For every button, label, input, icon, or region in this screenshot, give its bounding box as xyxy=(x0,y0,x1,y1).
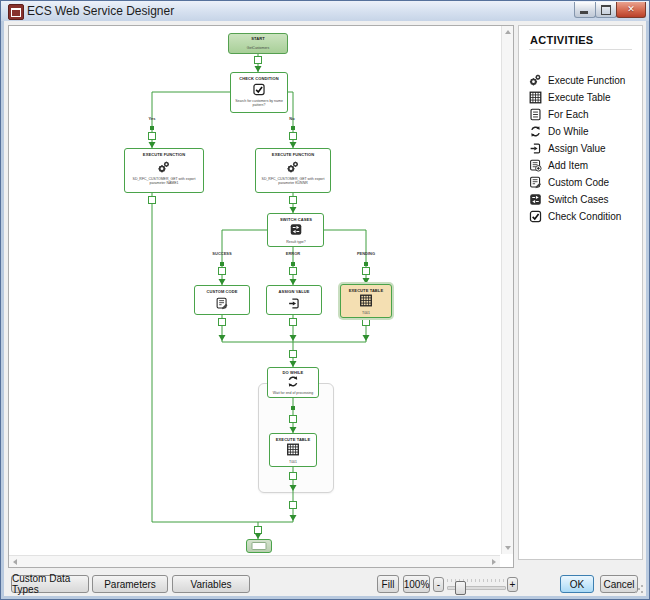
table-icon xyxy=(529,91,542,104)
node-title: EXECUTE FUNCTION xyxy=(256,152,330,157)
add-item-icon xyxy=(529,159,542,172)
activity-label: Custom Code xyxy=(548,177,609,188)
node-subtitle: T001 xyxy=(270,459,316,464)
cancel-button[interactable]: Cancel xyxy=(600,575,638,593)
node-subtitle: Wait for end of processing xyxy=(268,390,318,395)
activity-execute-table[interactable]: Execute Table xyxy=(529,89,611,105)
activity-label: Assign Value xyxy=(548,143,606,154)
node-execute-table-pending[interactable]: EXECUTE TABLE T001 xyxy=(340,284,392,318)
node-title: SWITCH CASES xyxy=(268,217,323,222)
activity-assign-value[interactable]: Assign Value xyxy=(529,140,606,156)
node-execute-table-loop[interactable]: EXECUTE TABLE T001 xyxy=(269,433,317,467)
node-execute-function-kunnr[interactable]: EXECUTE FUNCTION SD_RFC_CUSTOMER_GET wit… xyxy=(255,148,331,193)
node-check-condition[interactable]: CHECK CONDITION Search for customers by … xyxy=(230,72,288,113)
node-assign-value[interactable]: ASSIGN VALUE xyxy=(266,285,322,315)
activity-label: For Each xyxy=(548,109,589,120)
node-title: EXECUTE FUNCTION xyxy=(125,152,203,157)
canvas-horizontal-scrollbar[interactable] xyxy=(9,555,500,567)
scroll-right-icon[interactable] xyxy=(492,559,496,565)
wire-lines xyxy=(152,54,366,539)
node-title: DO WHILE xyxy=(268,370,318,375)
scroll-left-icon[interactable] xyxy=(13,559,17,565)
app-window: ECS Web Service Designer ✕ xyxy=(0,0,650,600)
canvas-vertical-scrollbar[interactable] xyxy=(501,26,513,554)
activity-label: Switch Cases xyxy=(548,194,609,205)
divider xyxy=(529,49,632,50)
connector-ports[interactable] xyxy=(149,57,370,534)
node-subtitle: SD_RFC_CUSTOMER_GET with export paramete… xyxy=(256,176,330,185)
branch-label-no: No xyxy=(289,116,294,121)
gears-icon xyxy=(158,161,171,174)
gears-icon xyxy=(287,161,300,174)
activities-panel: ACTIVITIES Execute Function Execute Tabl… xyxy=(518,25,643,560)
branch-label-pending: PENDING xyxy=(357,251,375,256)
parameters-button[interactable]: Parameters xyxy=(92,575,168,593)
activity-check-condition[interactable]: Check Condition xyxy=(529,208,621,224)
fill-button[interactable]: Fill xyxy=(377,575,399,593)
for-each-list-icon xyxy=(529,108,542,121)
assign-arrow-icon xyxy=(288,297,301,310)
activity-label: Do While xyxy=(548,126,589,137)
branch-label-success: SUCCESS xyxy=(212,251,231,256)
activity-execute-function[interactable]: Execute Function xyxy=(529,72,625,88)
branch-label-yes: Yes xyxy=(149,116,156,121)
node-title: EXECUTE TABLE xyxy=(270,437,316,442)
end-icon xyxy=(252,542,267,550)
activity-label: Check Condition xyxy=(548,211,621,222)
branch-label-error: ERROR xyxy=(286,251,300,256)
check-condition-icon xyxy=(253,83,266,96)
node-subtitle: T001 xyxy=(341,310,391,315)
activity-label: Add Item xyxy=(548,160,588,171)
variables-button[interactable]: Variables xyxy=(172,575,250,593)
activity-custom-code[interactable]: Custom Code xyxy=(529,174,609,190)
loop-arrows-icon xyxy=(529,125,542,138)
zoom-slider-thumb[interactable] xyxy=(455,581,466,595)
custom-data-types-button[interactable]: Custom Data Types xyxy=(11,575,89,593)
zoom-out-button[interactable]: - xyxy=(433,577,444,592)
connector-arrowheads xyxy=(149,66,370,539)
node-title: ASSIGN VALUE xyxy=(267,289,321,294)
node-title: START xyxy=(229,36,287,41)
node-do-while[interactable]: DO WHILE Wait for end of processing xyxy=(267,367,319,398)
gears-icon xyxy=(529,74,542,87)
custom-code-pencil-icon xyxy=(529,176,542,189)
scroll-down-icon[interactable] xyxy=(505,546,511,550)
zoom-level-button[interactable]: 100% xyxy=(403,575,430,593)
resize-grip[interactable] xyxy=(634,584,644,594)
node-switch-cases[interactable]: SWITCH CASES Result type? xyxy=(267,213,324,247)
loop-arrows-icon xyxy=(287,375,300,388)
scroll-up-icon[interactable] xyxy=(505,30,511,34)
activities-header: ACTIVITIES xyxy=(530,34,594,46)
node-title: EXECUTE TABLE xyxy=(341,288,391,293)
node-subtitle: GetCustomers xyxy=(229,45,287,50)
node-subtitle: Result type? xyxy=(268,239,323,244)
node-subtitle: SD_RFC_CUSTOMER_GET with export paramete… xyxy=(125,176,203,185)
switch-cases-icon xyxy=(289,223,302,236)
switch-cases-icon xyxy=(529,193,542,206)
activity-add-item[interactable]: Add Item xyxy=(529,157,588,173)
node-title: CHECK CONDITION xyxy=(231,76,287,81)
table-icon xyxy=(287,443,300,456)
node-title: CUSTOM CODE xyxy=(195,289,249,294)
node-custom-code[interactable]: CUSTOM CODE xyxy=(194,285,250,315)
node-subtitle: Search for customers by name pattern? xyxy=(231,98,287,107)
ok-button[interactable]: OK xyxy=(560,575,594,593)
activity-switch-cases[interactable]: Switch Cases xyxy=(529,191,609,207)
zoom-in-button[interactable]: + xyxy=(507,577,518,592)
custom-code-pencil-icon xyxy=(216,297,229,310)
table-icon xyxy=(360,294,373,307)
activity-label: Execute Function xyxy=(548,75,625,86)
check-condition-icon xyxy=(529,210,542,223)
node-start[interactable]: START GetCustomers xyxy=(228,33,288,54)
activity-do-while[interactable]: Do While xyxy=(529,123,589,139)
activity-label: Execute Table xyxy=(548,92,611,103)
activity-for-each[interactable]: For Each xyxy=(529,106,589,122)
assign-arrow-icon xyxy=(529,142,542,155)
node-end[interactable] xyxy=(246,539,272,553)
node-execute-function-name1[interactable]: EXECUTE FUNCTION SD_RFC_CUSTOMER_GET wit… xyxy=(124,148,204,193)
